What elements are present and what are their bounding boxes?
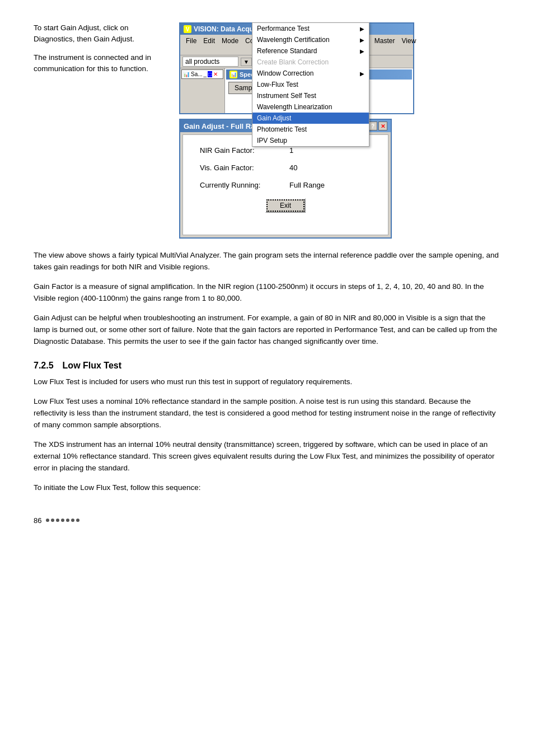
menu-view[interactable]: View — [399, 36, 420, 54]
close-button[interactable]: ✕ — [378, 122, 387, 130]
dot-6 — [71, 519, 74, 522]
menu-create-blank: Create Blank Correction — [252, 57, 369, 68]
dot-2 — [51, 519, 54, 522]
running-row: Currently Running: Full Range — [200, 181, 371, 189]
dot-5 — [66, 519, 69, 522]
body-para-1: The view above shows a fairly typical Mu… — [34, 250, 500, 273]
section-para-3: The XDS instrument has an internal 10% n… — [34, 439, 500, 474]
menu-window-correction[interactable]: Window Correction ▶ — [252, 68, 369, 79]
inner-window-row: 📊 Sa... _ □ ✕ 📊 Spectr Sam — [180, 68, 413, 113]
body-para-2: Gain Factor is a measure of signal ampli… — [34, 281, 500, 305]
dot-3 — [56, 519, 59, 522]
left-panel: 📊 Sa... _ □ ✕ — [180, 68, 225, 113]
menu-file[interactable]: File — [182, 36, 200, 54]
titlebar-buttons: ? ✕ — [368, 122, 387, 130]
menu-gain-adjust[interactable]: Gain Adjust — [252, 113, 369, 124]
nir-gain-value: 1 — [289, 146, 293, 155]
products-dropdown[interactable]: all products — [182, 57, 238, 67]
vision-icon: V — [184, 25, 191, 33]
section-para-2: Low Flux Test uses a nominal 10% reflect… — [34, 396, 500, 431]
running-value: Full Range — [289, 181, 325, 189]
vis-gain-row: Vis. Gain Factor: 40 — [200, 164, 371, 172]
menu-edit[interactable]: Edit — [200, 36, 218, 54]
footer-dots — [46, 519, 79, 522]
nir-gain-label: NIR Gain Factor: — [200, 146, 289, 155]
dot-4 — [61, 519, 64, 522]
nir-gain-row: NIR Gain Factor: 1 — [200, 146, 371, 155]
sa-label: Sa... — [191, 71, 203, 77]
menu-wavelength-cert[interactable]: Wavelength Certification ▶ — [252, 34, 369, 45]
dot-1 — [46, 519, 49, 522]
performance-arrow: ▶ — [360, 26, 364, 32]
menu-wavelength-lin[interactable]: Wavelength Linearization — [252, 101, 369, 113]
sa-icon[interactable]: 📊 Sa... _ □ ✕ — [181, 69, 223, 79]
exit-btn-area: Exit — [200, 198, 371, 213]
section-title-725: Low Flux Test — [63, 361, 121, 371]
running-label: Currently Running: — [200, 181, 289, 189]
dropdown-arrow[interactable]: ▼ — [241, 58, 252, 66]
menu-mode[interactable]: Mode — [218, 36, 242, 54]
exit-button[interactable]: Exit — [265, 198, 306, 213]
vis-gain-value: 40 — [289, 164, 297, 172]
spectr-icon: 📊 — [229, 71, 237, 78]
gain-body: NIR Gain Factor: 1 Vis. Gain Factor: 40 … — [182, 134, 388, 235]
vis-gain-label: Vis. Gain Factor: — [200, 164, 289, 172]
page-footer: 86 — [34, 516, 500, 525]
intro-text: To start Gain Adjust, click on Diagnosti… — [34, 22, 168, 239]
sa-minimize[interactable]: _ — [204, 71, 207, 77]
menu-reference-standard[interactable]: Reference Standard ▶ — [252, 45, 369, 57]
wavelength-cert-arrow: ▶ — [360, 37, 364, 43]
diagnostics-dropdown-menu: Performance Test ▶ Wavelength Certificat… — [252, 22, 369, 147]
section-para-4: To initiate the Low Flux Test, follow th… — [34, 482, 500, 494]
help-button[interactable]: ? — [368, 122, 377, 130]
window-correction-arrow: ▶ — [360, 71, 364, 77]
menu-performance-test[interactable]: Performance Test ▶ — [252, 23, 369, 34]
menu-photometric[interactable]: Photometric Test — [252, 124, 369, 135]
screenshot-area: V VISION: Data Acquisition Mode: multivi… — [179, 22, 500, 239]
reference-standard-arrow: ▶ — [360, 48, 364, 54]
section-para-1: Low Flux Test is included for users who … — [34, 376, 500, 388]
menu-ipv-setup[interactable]: IPV Setup — [252, 135, 369, 146]
section-num-725: 7.2.5 — [34, 361, 54, 371]
vision-window: V VISION: Data Acquisition Mode: multivi… — [179, 22, 414, 114]
sa-close[interactable]: ✕ — [213, 71, 218, 77]
intro-para1: To start Gain Adjust, click on Diagnosti… — [34, 22, 168, 45]
dot-7 — [76, 519, 79, 522]
menu-master[interactable]: Master — [371, 36, 399, 54]
sa-icon-img: 📊 — [183, 71, 190, 77]
intro-para2: The instrument is connected and in commu… — [34, 52, 168, 75]
sa-square[interactable]: □ — [208, 71, 212, 77]
menu-low-flux[interactable]: Low-Flux Test — [252, 79, 369, 90]
section-heading-725: 7.2.5 Low Flux Test — [34, 361, 500, 371]
page-number: 86 — [34, 516, 41, 525]
body-para-3: Gain Adjust can be helpful when troubles… — [34, 312, 500, 348]
menu-instrument-self[interactable]: Instrument Self Test — [252, 90, 369, 101]
